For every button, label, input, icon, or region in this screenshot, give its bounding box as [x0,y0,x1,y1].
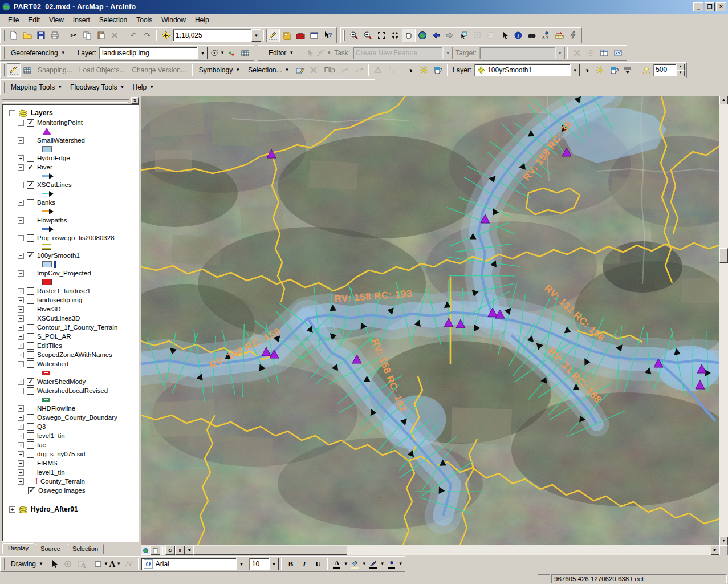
tab-selection[interactable]: Selection [67,544,104,554]
layer-label[interactable]: level1_tin [37,432,65,439]
layer-label[interactable]: WatershedLocalRevised [37,387,108,394]
layer-visibility-checkbox[interactable]: ✓ [27,378,34,386]
chevron-down-icon[interactable]: ▼ [398,562,403,566]
expander-icon[interactable]: − [18,270,24,277]
refresh-view-icon[interactable]: ↻ [165,546,175,555]
editor-toolbar-toggle[interactable] [266,29,280,42]
georef-layer-combo[interactable]: landuseclip.img ▼ [99,47,208,59]
layer-label[interactable]: WaterShedMody [37,378,86,385]
layer-visibility-checkbox[interactable] [27,469,34,476]
georef-layer-value[interactable]: landuseclip.img [99,47,198,59]
extend-line-tool[interactable] [352,63,366,77]
floodway-tools-menu[interactable]: Floodway Tools▼ [66,82,128,92]
layer-visibility-checkbox[interactable] [27,478,34,485]
layer-visibility-checkbox[interactable] [27,155,34,162]
scroll-up-icon[interactable]: ▲ [719,96,728,104]
expander-icon[interactable]: + [18,155,24,161]
sketch-properties-button[interactable] [611,46,625,60]
whats-this-help-button[interactable]: ? [321,29,335,42]
set-target-layers-button[interactable] [293,63,307,77]
scroll-down-icon[interactable]: ▼ [719,537,728,545]
pan-tool[interactable] [402,29,416,42]
layer-label[interactable]: MonitoringPoint [37,119,83,126]
toolbar-grip[interactable] [3,30,5,41]
attributes-table-button[interactable] [21,63,34,77]
expander-icon[interactable]: − [18,217,24,224]
layer-visibility-checkbox[interactable] [27,297,34,304]
layer-visibility-checkbox[interactable] [27,360,34,368]
expander-icon[interactable]: + [18,379,24,385]
layer-label[interactable]: XSCutLines [37,181,72,188]
paste-icon[interactable] [94,29,108,42]
italic-button[interactable]: I [298,557,311,571]
layer-visibility-checkbox[interactable] [27,451,34,458]
layer-visibility-checkbox[interactable]: ✓ [27,252,34,259]
transparency-icon[interactable] [607,63,621,77]
network-edit-tool[interactable] [371,63,385,77]
map-canvas[interactable]: RV: 158 RC: 35RV: 158 RC: 193RV: 131 RC:… [141,96,719,545]
layer-visibility-checkbox[interactable] [27,315,34,322]
font-color-button[interactable]: A [330,557,344,571]
tab-source[interactable]: Source [35,544,66,554]
flicker-layer-tool[interactable] [640,63,653,77]
close-button[interactable]: × [716,2,726,11]
new-map-button[interactable] [7,29,21,42]
expander-icon[interactable]: − [18,164,24,171]
layer-visibility-checkbox[interactable]: ✓ [28,487,35,494]
undo-icon[interactable]: ↶ [127,29,140,42]
layer-visibility-checkbox[interactable] [27,342,34,350]
expander-icon[interactable]: + [18,442,24,448]
chevron-down-icon[interactable]: ▼ [570,64,580,76]
layer-label[interactable]: Contour_1f_County_Terrain [37,324,117,331]
symbology-menu[interactable]: Symbology▼ [195,65,244,75]
map-view[interactable]: RV: 158 RC: 35RV: 158 RC: 193RV: 131 RC:… [141,96,719,545]
toolbar-grip[interactable] [3,64,5,76]
task-combo[interactable]: Create New Feature ▼ [353,47,453,59]
print-button[interactable] [48,29,62,42]
bold-button[interactable]: B [284,557,298,571]
layer-label[interactable]: Oswego_County_Boundary [37,414,117,421]
layer-symbol[interactable] [6,225,137,233]
layer-label[interactable]: River [37,164,52,171]
layer-label[interactable]: fac [37,441,46,448]
expander-icon[interactable]: + [18,315,24,322]
layer-visibility-checkbox[interactable] [27,199,34,206]
layer-visibility-checkbox[interactable] [27,432,34,440]
expander-icon[interactable]: + [18,405,24,412]
contrast-icon[interactable]: ◑ [580,63,593,77]
select-elements-tool[interactable] [498,29,511,42]
swipe-layer-tool[interactable] [621,63,635,77]
flicker-rate-value[interactable]: 500 [653,64,676,76]
layer-symbol[interactable] [6,395,137,404]
layer-label[interactable]: County_Terrain [40,478,85,485]
toolbar-grip[interactable] [3,558,5,570]
spinner-down-icon[interactable]: ▼ [676,70,685,76]
layer-visibility-checkbox[interactable]: ✓ [27,119,34,127]
expander-icon[interactable]: − [18,200,24,206]
scroll-right-icon[interactable]: ▶ [711,546,719,555]
layer-visibility-checkbox[interactable] [27,306,34,313]
font-combo[interactable]: OArial ▼ [141,558,246,570]
chevron-down-icon[interactable]: ▼ [269,558,279,570]
toc-close-icon[interactable]: x [131,97,139,104]
layer-label[interactable]: Oswego images [38,487,85,494]
spinner-up-icon[interactable]: ▲ [676,64,685,70]
layer-label[interactable]: level1_tin [37,469,65,476]
layer-visibility-checkbox[interactable] [27,234,34,242]
expander-icon[interactable]: − [18,253,24,259]
line-color-button[interactable] [367,557,380,571]
expander-icon[interactable]: + [18,451,24,457]
clear-selection-button[interactable] [470,29,484,42]
fixed-zoom-out-tool[interactable] [388,29,402,42]
editor-menu[interactable]: Editor▼ [265,48,298,58]
effects-layer-combo[interactable]: 100yrSmooth1 ▼ [474,64,580,76]
snapping-button[interactable]: Snapping... [34,66,76,74]
layer-symbol[interactable] [6,242,137,251]
layer-label[interactable]: RasterT_landuse1 [37,287,91,294]
horizontal-scroll-thumb[interactable] [193,546,347,555]
expander-icon[interactable]: − [18,120,24,126]
go-back-extent-button[interactable] [429,29,443,42]
menu-help[interactable]: Help [190,15,214,25]
layer-visibility-checkbox[interactable] [27,351,34,359]
map-scale-combo[interactable]: 1:18,025 ▼ [173,29,261,42]
